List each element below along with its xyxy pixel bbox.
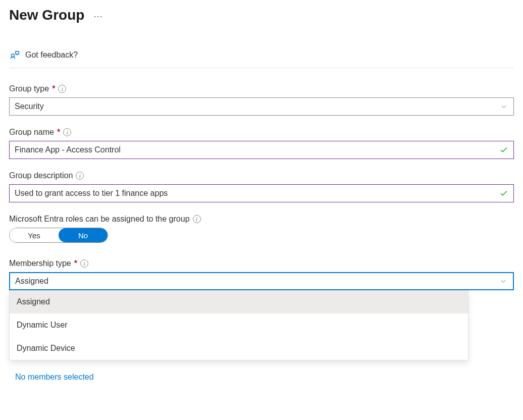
toggle-yes[interactable]: Yes — [10, 228, 59, 242]
page-title: New Group — [9, 7, 84, 23]
info-icon[interactable]: i — [193, 215, 201, 223]
valid-check-icon — [499, 145, 508, 154]
membership-type-value: Assigned — [15, 277, 48, 286]
chevron-down-icon — [500, 103, 507, 110]
feedback-link[interactable]: Got feedback? — [25, 50, 78, 60]
info-icon[interactable]: i — [58, 85, 66, 93]
dropdown-option-dynamic-user[interactable]: Dynamic User — [10, 313, 468, 337]
group-type-value: Security — [15, 102, 44, 111]
entra-roles-label: Microsoft Entra roles can be assigned to… — [9, 215, 190, 224]
info-icon[interactable]: i — [76, 172, 84, 180]
required-asterisk: * — [52, 84, 55, 93]
membership-type-dropdown: Assigned Dynamic User Dynamic Device — [9, 290, 468, 360]
membership-type-select[interactable]: Assigned — [9, 272, 514, 290]
group-name-value: Finance App - Access Control — [15, 145, 121, 154]
group-description-input[interactable]: Used to grant access to tier 1 finance a… — [9, 184, 514, 202]
info-icon[interactable]: i — [80, 259, 88, 268]
group-description-value: Used to grant access to tier 1 finance a… — [15, 189, 168, 198]
required-asterisk: * — [57, 128, 60, 137]
info-icon[interactable]: i — [63, 128, 71, 136]
group-type-select[interactable]: Security — [9, 97, 514, 116]
group-description-label: Group description — [9, 171, 73, 180]
more-actions-button[interactable]: ⋯ — [93, 10, 103, 21]
group-name-input[interactable]: Finance App - Access Control — [9, 141, 514, 159]
dropdown-option-assigned[interactable]: Assigned — [10, 290, 468, 313]
members-link[interactable]: No members selected — [15, 373, 94, 381]
membership-type-label: Membership type — [9, 259, 71, 268]
chevron-down-icon — [500, 278, 507, 285]
dropdown-option-dynamic-device[interactable]: Dynamic Device — [10, 337, 468, 360]
group-name-label: Group name — [9, 128, 54, 137]
required-asterisk: * — [74, 259, 77, 268]
valid-check-icon — [499, 189, 508, 198]
entra-roles-toggle[interactable]: Yes No — [9, 228, 108, 243]
feedback-icon — [9, 49, 20, 61]
group-type-label: Group type — [9, 84, 49, 93]
toggle-no[interactable]: No — [59, 228, 108, 242]
